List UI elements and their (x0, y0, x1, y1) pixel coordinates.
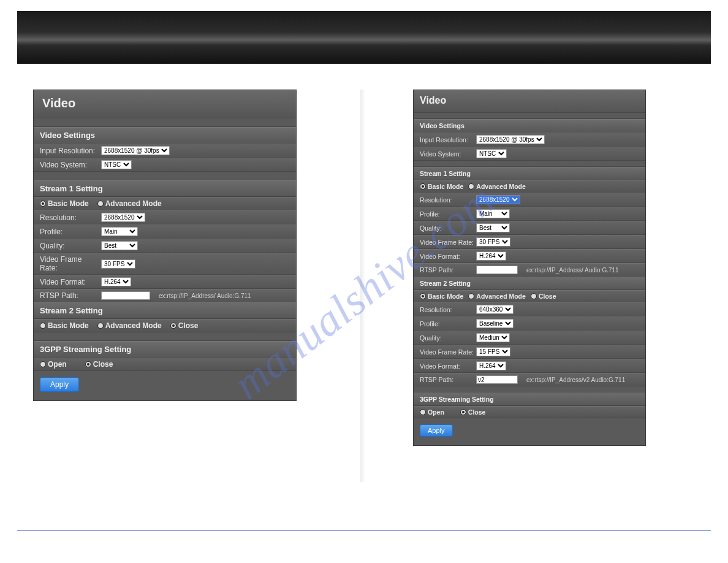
stream1-fps-label: Video Frame Rate: (420, 239, 476, 246)
stream2-mode-advanced-radio[interactable]: Advanced Mode (468, 293, 526, 300)
stream2-rtsp-label: RTSP Path: (420, 376, 476, 383)
stream1-resolution-label: Resolution: (40, 213, 101, 222)
stream1-rtsp-hint: ex:rtsp://IP_Address/ Audio:G.711 (159, 293, 251, 299)
apply-button[interactable]: Apply (40, 377, 79, 392)
panel-title: Video (34, 90, 296, 118)
gpp-open-radio[interactable]: Open (40, 360, 67, 369)
stream1-mode-basic-radio[interactable]: Basic Mode (420, 183, 463, 190)
stream2-header: Stream 2 Setting (414, 277, 645, 290)
stream2-fps-select[interactable]: 15 FPS (476, 347, 510, 356)
stream2-profile-select[interactable]: Baseline (476, 319, 514, 328)
stream2-rtsp-hint: ex:rtsp://IP_Address/v2 Audio:G.711 (526, 377, 625, 383)
stream1-profile-label: Profile: (420, 210, 476, 218)
stream1-header: Stream 1 Setting (414, 167, 645, 180)
stream2-resolution-label: Resolution: (420, 306, 476, 313)
video-panel-right: Video Video Settings Input Resolution: 2… (413, 90, 646, 446)
video-settings-header: Video Settings (414, 119, 645, 132)
stream1-quality-select[interactable]: Best (101, 241, 138, 250)
stream2-quality-label: Quality: (420, 334, 476, 342)
video-system-label: Video System: (40, 161, 101, 169)
stream1-profile-select[interactable]: Main (101, 227, 138, 236)
apply-button[interactable]: Apply (420, 424, 453, 437)
stream2-format-label: Video Format: (420, 362, 476, 370)
stream1-mode-advanced-radio[interactable]: Advanced Mode (97, 199, 162, 208)
video-system-select[interactable]: NTSC (476, 149, 507, 158)
stream2-fps-label: Video Frame Rate: (420, 348, 476, 356)
stream1-quality-select[interactable]: Best (476, 223, 510, 232)
stream1-profile-label: Profile: (40, 228, 101, 236)
stream2-mode-close-radio[interactable]: Close (531, 293, 556, 300)
stream1-format-select[interactable]: H.264 (101, 277, 131, 286)
gpp-close-radio[interactable]: Close (460, 408, 486, 416)
stream1-format-label: Video Format: (420, 253, 476, 260)
top-banner (17, 11, 711, 64)
gpp-header: 3GPP Streaming Setting (34, 341, 296, 358)
stream1-quality-label: Quality: (420, 224, 476, 232)
center-divider (360, 90, 365, 482)
stream1-rtsp-label: RTSP Path: (420, 266, 476, 274)
stream2-mode-basic-radio[interactable]: Basic Mode (420, 293, 463, 300)
video-panel-left: Video Video Settings Input Resolution: 2… (33, 90, 297, 401)
input-resolution-select[interactable]: 2688x1520 @ 30fps (101, 146, 170, 155)
stream1-resolution-select[interactable]: 2688x1520 (476, 195, 520, 204)
gpp-header: 3GPP Streaming Setting (414, 393, 645, 406)
input-resolution-label: Input Resolution: (40, 147, 101, 155)
video-system-label: Video System: (420, 150, 476, 158)
gpp-open-radio[interactable]: Open (420, 408, 444, 416)
stream2-rtsp-input[interactable] (476, 375, 518, 384)
stream1-fps-select[interactable]: 30 FPS (476, 237, 510, 247)
stream1-rtsp-hint: ex:rtsp://IP_Address/ Audio:G.711 (526, 267, 619, 274)
stream1-format-select[interactable]: H.264 (476, 251, 506, 261)
stream1-mode-basic-radio[interactable]: Basic Mode (40, 199, 89, 208)
input-resolution-select[interactable]: 2688x1520 @ 30fps (476, 135, 545, 144)
stream1-fps-select[interactable]: 30 FPS (101, 259, 135, 269)
input-resolution-label: Input Resolution: (420, 136, 476, 144)
stream2-mode-close-radio[interactable]: Close (170, 321, 199, 330)
stream2-profile-label: Profile: (420, 320, 476, 327)
panel-title: Video (414, 90, 645, 113)
stream1-header: Stream 1 Setting (34, 180, 296, 197)
stream1-mode-advanced-radio[interactable]: Advanced Mode (468, 183, 526, 190)
video-settings-header: Video Settings (34, 127, 296, 144)
stream2-mode-advanced-radio[interactable]: Advanced Mode (97, 321, 162, 330)
stream1-resolution-label: Resolution: (420, 196, 476, 204)
stream1-resolution-select[interactable]: 2688x1520 (101, 213, 145, 222)
stream1-fps-label: Video Frame Rate: (40, 255, 101, 272)
stream2-quality-select[interactable]: Medium (476, 333, 510, 342)
gpp-close-radio[interactable]: Close (85, 360, 113, 369)
stream2-header: Stream 2 Setting (34, 302, 296, 319)
stream2-resolution-select[interactable]: 640x360 (476, 305, 514, 314)
footer-rule (17, 530, 711, 531)
stream1-profile-select[interactable]: Main (476, 209, 510, 218)
stream1-rtsp-label: RTSP Path: (40, 291, 101, 300)
video-system-select[interactable]: NTSC (101, 160, 132, 169)
stream1-rtsp-input[interactable] (476, 266, 518, 274)
stream2-format-select[interactable]: H.264 (476, 361, 506, 370)
stream1-quality-label: Quality: (40, 242, 101, 250)
stream1-format-label: Video Format: (40, 278, 101, 286)
stream2-mode-basic-radio[interactable]: Basic Mode (40, 321, 89, 330)
stream1-rtsp-input[interactable] (101, 291, 150, 300)
